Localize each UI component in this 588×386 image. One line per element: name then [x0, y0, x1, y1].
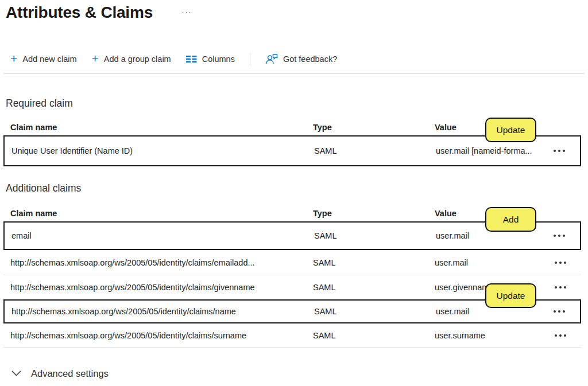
row-menu-button[interactable] — [547, 334, 581, 337]
add-group-claim-label: Add a group claim — [104, 54, 171, 64]
page-title: Attributes & Claims — [6, 3, 153, 22]
row-menu-button[interactable] — [547, 262, 581, 264]
columns-button[interactable]: Columns — [186, 54, 235, 64]
required-claim-heading: Required claim — [6, 98, 73, 110]
claim-name-cell: http://schemas.xmlsoap.org/ws/2005/05/id… — [10, 258, 313, 267]
row-menu-button[interactable] — [548, 235, 580, 237]
additional-claims-heading: Additional claims — [6, 182, 81, 194]
toolbar-separator — [3, 73, 585, 74]
row-menu-button[interactable] — [548, 150, 580, 152]
claim-name-cell: email — [11, 231, 314, 240]
more-options-icon — [555, 286, 566, 288]
add-new-claim-label: Add new claim — [22, 54, 76, 64]
command-bar: + Add new claim + Add a group claim — [10, 50, 337, 68]
claim-name-cell: Unique User Identifier (Name ID) — [11, 146, 314, 155]
more-options-icon — [555, 334, 566, 337]
claim-type-cell: SAML — [313, 331, 435, 340]
advanced-settings-label: Advanced settings — [31, 368, 109, 379]
callout-update-required-claim: Update — [485, 118, 536, 142]
chevron-down-icon — [11, 369, 21, 379]
claim-name-cell: http://schemas.xmlsoap.org/ws/2005/05/id… — [10, 283, 313, 292]
row-menu-button[interactable] — [548, 310, 580, 313]
column-header-type: Type — [313, 209, 435, 218]
callout-add-claim: Add — [485, 207, 536, 232]
claim-type-cell: SAML — [313, 283, 435, 292]
table-row-emailaddress[interactable]: http://schemas.xmlsoap.org/ws/2005/05/id… — [3, 250, 581, 275]
more-options-icon — [554, 150, 565, 152]
column-header-claim-name: Claim name — [10, 209, 313, 218]
callout-update-name-claim: Update — [485, 283, 536, 308]
claim-type-cell: SAML — [314, 307, 436, 316]
column-header-type: Type — [313, 123, 435, 132]
claim-value-cell: user.surname — [435, 331, 547, 340]
claim-name-cell: http://schemas.xmlsoap.org/ws/2005/05/id… — [10, 331, 313, 340]
got-feedback-label: Got feedback? — [283, 54, 337, 64]
row-menu-button[interactable] — [547, 286, 581, 288]
claim-value-cell: user.mail — [436, 307, 548, 316]
page-more-options-icon[interactable]: ··· — [181, 7, 192, 17]
columns-icon — [186, 55, 197, 63]
claim-type-cell: SAML — [314, 231, 436, 240]
add-group-claim-button[interactable]: + Add a group claim — [92, 54, 171, 64]
columns-label: Columns — [202, 54, 235, 64]
claim-name-cell: http://schemas.xmlsoap.org/ws/2005/05/id… — [11, 307, 314, 316]
attributes-claims-page: Attributes & Claims ··· + Add new claim … — [0, 0, 588, 386]
claim-value-cell: user.mail [nameid-forma... — [436, 146, 548, 155]
more-options-icon — [554, 235, 565, 237]
claim-type-cell: SAML — [314, 146, 436, 155]
more-options-icon — [555, 262, 566, 264]
column-header-claim-name: Claim name — [10, 123, 313, 132]
table-row-surname[interactable]: http://schemas.xmlsoap.org/ws/2005/05/id… — [3, 323, 581, 348]
plus-icon: + — [92, 53, 99, 64]
toolbar-divider — [250, 53, 250, 65]
advanced-settings-toggle[interactable]: Advanced settings — [11, 368, 109, 379]
claim-value-cell: user.mail — [436, 231, 548, 240]
claim-type-cell: SAML — [313, 258, 435, 267]
feedback-icon — [265, 53, 278, 65]
claim-value-cell: user.mail — [435, 258, 547, 267]
got-feedback-button[interactable]: Got feedback? — [265, 53, 337, 65]
plus-icon: + — [10, 53, 17, 64]
more-options-icon — [554, 310, 565, 313]
add-new-claim-button[interactable]: + Add new claim — [10, 54, 77, 64]
